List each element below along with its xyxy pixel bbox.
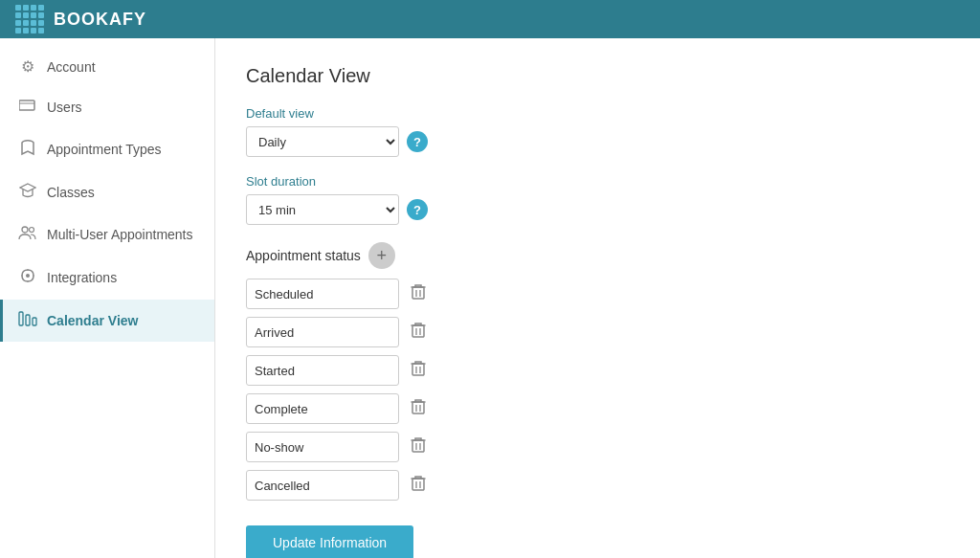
top-nav: BOOKAFY [0,0,980,38]
default-view-select[interactable]: Daily Weekly Monthly [246,126,399,157]
svg-rect-5 [19,312,23,325]
delete-status-complete[interactable] [407,396,430,421]
sidebar-item-label: Account [47,59,96,75]
svg-rect-17 [412,402,424,413]
status-input-arrived[interactable] [246,317,399,347]
default-view-label: Default view [246,106,949,121]
sidebar-item-multi-user[interactable]: Multi-User Appointments [0,213,214,256]
appointment-status-header: Appointment status + [246,242,949,269]
status-input-no-show[interactable] [246,432,399,462]
classes-icon [18,183,37,202]
status-input-cancelled[interactable] [246,470,399,501]
sidebar: ⚙ Account Users Appointment Types [0,38,215,558]
update-information-button[interactable]: Update Information [246,525,413,558]
status-row [246,393,949,424]
sidebar-item-appointment-types[interactable]: Appointment Types [0,127,214,171]
sidebar-item-label: Classes [47,185,95,200]
sidebar-item-label: Users [47,100,82,115]
svg-rect-7 [33,318,36,325]
multi-user-icon [18,225,37,244]
svg-rect-23 [412,479,424,490]
sidebar-item-calendar-view[interactable]: Calendar View [0,300,214,342]
sidebar-item-integrations[interactable]: Integrations [0,256,214,300]
add-status-button[interactable]: + [368,242,395,269]
delete-status-arrived[interactable] [407,320,430,345]
delete-status-cancelled[interactable] [407,473,430,498]
default-view-help-icon[interactable]: ? [407,131,428,152]
svg-rect-11 [412,325,424,337]
status-input-started[interactable] [246,355,399,386]
status-row [246,279,949,309]
status-row [246,470,949,501]
app-grid-icon [15,5,44,33]
appointment-status-label: Appointment status [246,248,361,263]
account-icon: ⚙ [18,57,37,76]
status-row [246,317,949,347]
slot-duration-row: 15 min 30 min 45 min 60 min ? [246,194,949,225]
sidebar-item-label: Integrations [47,270,117,285]
delete-status-scheduled[interactable] [407,281,430,306]
integrations-icon [18,267,37,288]
status-input-scheduled[interactable] [246,279,399,309]
slot-duration-help-icon[interactable]: ? [407,199,428,220]
svg-rect-14 [412,364,424,375]
calendar-view-icon [18,311,37,330]
app-logo: BOOKAFY [54,10,146,30]
main-content: Calendar View Default view Daily Weekly … [215,38,980,558]
slot-duration-select[interactable]: 15 min 30 min 45 min 60 min [246,194,399,225]
sidebar-item-label: Multi-User Appointments [47,227,193,242]
status-list [246,279,949,501]
page-title: Calendar View [246,65,949,87]
svg-point-2 [22,227,28,233]
sidebar-item-users[interactable]: Users [0,87,214,127]
sidebar-item-label: Appointment Types [47,142,162,157]
slot-duration-label: Slot duration [246,174,949,189]
delete-status-started[interactable] [407,358,430,383]
svg-point-4 [26,274,30,278]
status-row [246,355,949,386]
sidebar-item-label: Calendar View [47,313,138,328]
delete-status-no-show[interactable] [407,435,430,459]
appointment-types-icon [18,139,37,160]
sidebar-item-classes[interactable]: Classes [0,171,214,213]
svg-rect-8 [412,287,424,299]
svg-rect-6 [26,315,30,325]
svg-rect-0 [19,100,34,110]
svg-rect-20 [412,440,424,452]
svg-point-3 [30,228,34,233]
status-input-complete[interactable] [246,393,399,424]
sidebar-item-account[interactable]: ⚙ Account [0,46,214,87]
status-row [246,432,949,462]
default-view-row: Daily Weekly Monthly ? [246,126,949,157]
users-icon [18,99,37,116]
